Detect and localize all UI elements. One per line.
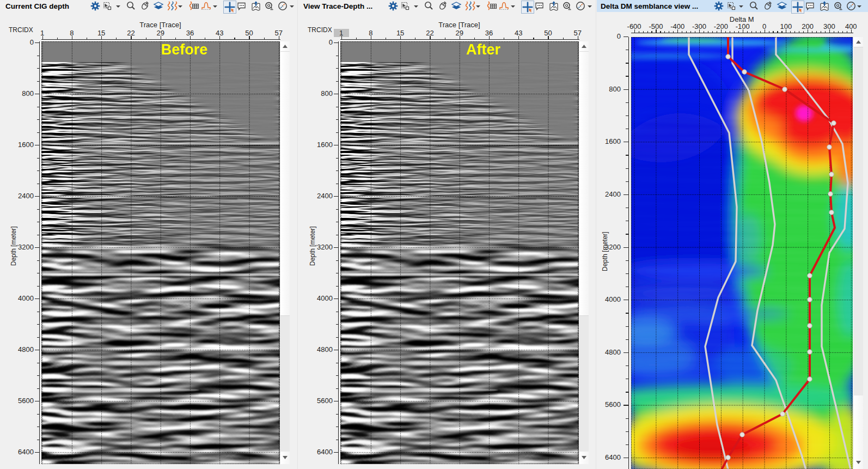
svg-text:Before: Before — [161, 41, 207, 58]
svg-text:After: After — [466, 41, 500, 58]
